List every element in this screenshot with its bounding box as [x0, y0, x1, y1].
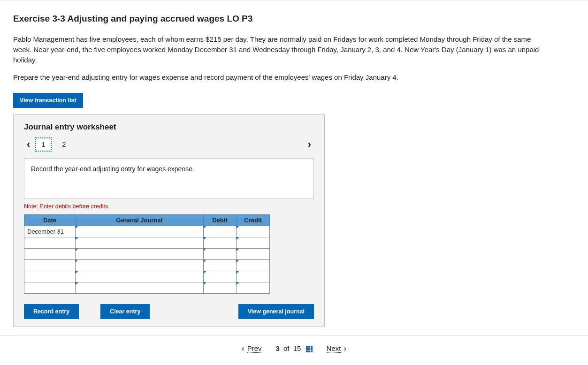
journal-entry-table: Date General Journal Debit Credit Decemb… — [24, 214, 270, 294]
next-button[interactable]: Next › — [327, 344, 347, 353]
credit-cell[interactable] — [237, 282, 270, 294]
table-row: December 31 — [24, 226, 270, 237]
date-cell[interactable] — [24, 271, 76, 282]
clear-entry-button[interactable]: Clear entry — [100, 304, 150, 319]
table-row — [24, 260, 270, 271]
table-row — [24, 249, 270, 260]
tab-next-icon[interactable]: › — [305, 138, 314, 151]
chevron-right-icon: › — [344, 344, 346, 353]
credit-cell[interactable] — [237, 226, 270, 237]
account-cell[interactable] — [76, 226, 204, 237]
col-credit: Credit — [237, 215, 270, 226]
journal-worksheet: Journal entry worksheet ‹ 1 2 › Record t… — [13, 114, 325, 327]
credit-cell[interactable] — [237, 260, 270, 271]
account-cell[interactable] — [76, 249, 204, 260]
grid-icon[interactable] — [306, 346, 313, 352]
view-transaction-list-button[interactable]: View transaction list — [13, 93, 83, 108]
col-date: Date — [24, 215, 76, 226]
tab-2[interactable]: 2 — [55, 137, 72, 152]
account-cell[interactable] — [76, 282, 204, 294]
credit-cell[interactable] — [237, 249, 270, 260]
date-cell[interactable] — [24, 282, 76, 294]
exercise-title: Exercise 3-3 Adjusting and paying accrue… — [13, 14, 575, 24]
account-cell[interactable] — [76, 260, 204, 271]
date-cell[interactable]: December 31 — [24, 226, 76, 237]
col-general-journal: General Journal — [76, 215, 204, 226]
problem-paragraph-1: Pablo Management has five employees, eac… — [13, 34, 548, 65]
debits-before-credits-note: Note: Enter debits before credits. — [24, 203, 314, 210]
chevron-left-icon: ‹ — [242, 344, 244, 353]
date-cell[interactable] — [24, 249, 76, 260]
page-indicator: 3 of 15 — [275, 344, 312, 352]
record-entry-button[interactable]: Record entry — [24, 304, 79, 319]
view-general-journal-button[interactable]: View general journal — [238, 304, 314, 319]
debit-cell[interactable] — [203, 249, 237, 260]
debit-cell[interactable] — [203, 282, 237, 294]
account-cell[interactable] — [76, 271, 204, 282]
table-row — [24, 237, 270, 249]
pager: ‹ Prev 3 of 15 Next › — [0, 335, 588, 361]
table-row — [24, 282, 270, 294]
debit-cell[interactable] — [203, 237, 237, 249]
tab-1[interactable]: 1 — [35, 137, 52, 152]
entry-instruction: Record the year-end adjusting entry for … — [24, 158, 314, 198]
tab-prev-icon[interactable]: ‹ — [24, 138, 33, 151]
account-cell[interactable] — [76, 237, 204, 249]
debit-cell[interactable] — [203, 226, 237, 237]
debit-cell[interactable] — [203, 260, 237, 271]
credit-cell[interactable] — [237, 237, 270, 249]
table-row — [24, 271, 270, 282]
credit-cell[interactable] — [237, 271, 270, 282]
debit-cell[interactable] — [203, 271, 237, 282]
prev-button[interactable]: ‹ Prev — [242, 344, 262, 353]
date-cell[interactable] — [24, 237, 76, 249]
date-cell[interactable] — [24, 260, 76, 271]
problem-paragraph-2: Prepare the year-end adjusting entry for… — [13, 72, 548, 83]
col-debit: Debit — [203, 215, 237, 226]
worksheet-title: Journal entry worksheet — [24, 122, 314, 132]
